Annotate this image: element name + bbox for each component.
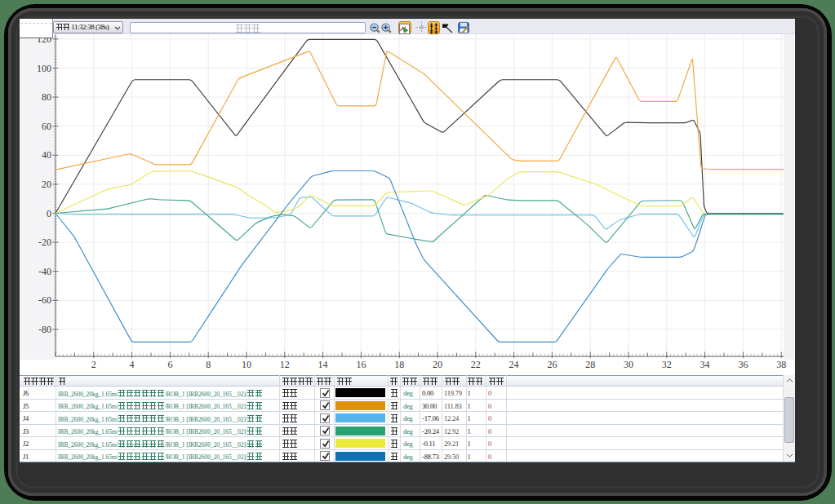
svg-text:20: 20 bbox=[42, 179, 51, 190]
svg-text:12: 12 bbox=[280, 359, 290, 370]
svg-text:16: 16 bbox=[356, 359, 366, 370]
svg-text:80: 80 bbox=[42, 91, 51, 103]
svg-text:30: 30 bbox=[624, 359, 633, 370]
svg-text:100: 100 bbox=[37, 63, 51, 74]
svg-text:-80: -80 bbox=[38, 324, 51, 335]
svg-text:34: 34 bbox=[700, 359, 710, 370]
svg-text:38: 38 bbox=[776, 359, 786, 370]
svg-text:-40: -40 bbox=[38, 266, 51, 277]
svg-text:28: 28 bbox=[585, 359, 595, 370]
svg-text:36: 36 bbox=[738, 359, 748, 370]
svg-text:14: 14 bbox=[318, 359, 328, 370]
svg-text:20: 20 bbox=[433, 359, 442, 370]
svg-text:40: 40 bbox=[42, 149, 51, 161]
svg-text:22: 22 bbox=[471, 359, 481, 370]
svg-text:10: 10 bbox=[242, 359, 251, 370]
svg-text:-60: -60 bbox=[38, 294, 51, 306]
svg-text:4: 4 bbox=[130, 359, 135, 370]
svg-text:32: 32 bbox=[662, 359, 672, 370]
svg-text:8: 8 bbox=[206, 359, 211, 370]
svg-text:6: 6 bbox=[167, 359, 172, 370]
svg-text:-20: -20 bbox=[38, 237, 51, 248]
svg-text:0: 0 bbox=[47, 208, 51, 219]
svg-text:18: 18 bbox=[394, 359, 404, 370]
svg-text:2: 2 bbox=[91, 359, 96, 370]
svg-text:26: 26 bbox=[547, 359, 557, 370]
svg-text:60: 60 bbox=[42, 121, 51, 132]
svg-text:24: 24 bbox=[509, 359, 519, 370]
